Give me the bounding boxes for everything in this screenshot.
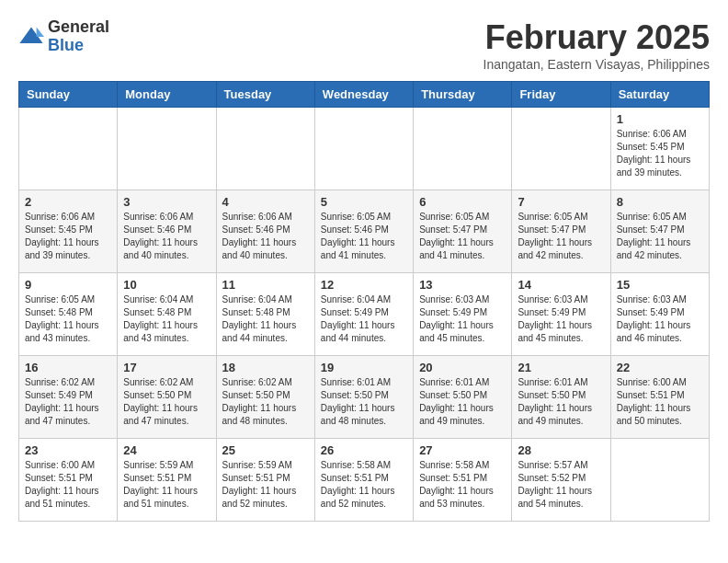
day-info: Sunrise: 5:59 AM Sunset: 5:51 PM Dayligh… xyxy=(222,459,309,511)
day-info: Sunrise: 6:04 AM Sunset: 5:48 PM Dayligh… xyxy=(222,293,309,345)
day-number: 12 xyxy=(321,278,407,292)
calendar-cell: 5Sunrise: 6:05 AM Sunset: 5:46 PM Daylig… xyxy=(314,190,413,273)
calendar-day-header: Friday xyxy=(512,82,610,108)
day-info: Sunrise: 5:58 AM Sunset: 5:51 PM Dayligh… xyxy=(321,459,407,511)
day-info: Sunrise: 6:03 AM Sunset: 5:49 PM Dayligh… xyxy=(617,293,703,345)
day-number: 17 xyxy=(123,361,210,374)
calendar-day-header: Saturday xyxy=(610,82,709,108)
day-info: Sunrise: 5:57 AM Sunset: 5:52 PM Dayligh… xyxy=(518,459,604,511)
day-number: 14 xyxy=(518,278,604,292)
day-info: Sunrise: 5:59 AM Sunset: 5:51 PM Dayligh… xyxy=(123,459,210,511)
day-info: Sunrise: 6:05 AM Sunset: 5:47 PM Dayligh… xyxy=(419,211,506,262)
logo-icon xyxy=(18,24,44,50)
logo-blue: Blue xyxy=(48,36,84,54)
day-number: 15 xyxy=(617,278,703,292)
day-number: 6 xyxy=(419,195,506,209)
calendar-cell: 27Sunrise: 5:58 AM Sunset: 5:51 PM Dayli… xyxy=(414,439,512,522)
day-number: 26 xyxy=(321,443,407,457)
day-number: 28 xyxy=(518,443,604,457)
day-info: Sunrise: 6:00 AM Sunset: 5:51 PM Dayligh… xyxy=(617,376,703,428)
page-header: General Blue February 2025 Inangatan, Ea… xyxy=(18,18,710,72)
day-number: 18 xyxy=(222,361,309,374)
logo: General Blue xyxy=(18,18,109,55)
day-info: Sunrise: 6:03 AM Sunset: 5:49 PM Dayligh… xyxy=(419,293,506,345)
day-number: 22 xyxy=(617,361,703,374)
day-info: Sunrise: 6:06 AM Sunset: 5:45 PM Dayligh… xyxy=(25,211,111,262)
calendar-cell xyxy=(216,108,314,190)
day-info: Sunrise: 6:05 AM Sunset: 5:48 PM Dayligh… xyxy=(25,293,111,345)
day-info: Sunrise: 6:06 AM Sunset: 5:46 PM Dayligh… xyxy=(222,211,309,262)
page-subtitle: Inangatan, Eastern Visayas, Philippines xyxy=(483,57,710,72)
calendar-cell: 19Sunrise: 6:01 AM Sunset: 5:50 PM Dayli… xyxy=(314,356,413,439)
day-info: Sunrise: 6:01 AM Sunset: 5:50 PM Dayligh… xyxy=(419,376,506,428)
calendar-cell: 3Sunrise: 6:06 AM Sunset: 5:46 PM Daylig… xyxy=(118,190,216,273)
title-block: February 2025 Inangatan, Eastern Visayas… xyxy=(483,18,710,72)
day-info: Sunrise: 6:04 AM Sunset: 5:48 PM Dayligh… xyxy=(123,293,210,345)
calendar-day-header: Sunday xyxy=(19,82,118,108)
calendar-cell: 21Sunrise: 6:01 AM Sunset: 5:50 PM Dayli… xyxy=(512,356,610,439)
day-info: Sunrise: 6:05 AM Sunset: 5:47 PM Dayligh… xyxy=(518,211,604,262)
calendar-cell xyxy=(118,108,216,190)
day-number: 16 xyxy=(25,361,111,374)
day-number: 23 xyxy=(25,443,111,457)
day-number: 19 xyxy=(321,361,407,374)
calendar-cell xyxy=(19,108,118,190)
calendar-cell: 10Sunrise: 6:04 AM Sunset: 5:48 PM Dayli… xyxy=(118,273,216,356)
page-title: February 2025 xyxy=(483,18,710,57)
calendar-cell: 28Sunrise: 5:57 AM Sunset: 5:52 PM Dayli… xyxy=(512,439,610,522)
calendar-cell: 1Sunrise: 6:06 AM Sunset: 5:45 PM Daylig… xyxy=(610,108,709,190)
day-info: Sunrise: 6:06 AM Sunset: 5:46 PM Dayligh… xyxy=(123,211,210,262)
day-number: 21 xyxy=(518,361,604,374)
calendar-day-header: Thursday xyxy=(414,82,512,108)
day-info: Sunrise: 6:02 AM Sunset: 5:50 PM Dayligh… xyxy=(123,376,210,428)
calendar-cell: 6Sunrise: 6:05 AM Sunset: 5:47 PM Daylig… xyxy=(414,190,512,273)
day-info: Sunrise: 6:00 AM Sunset: 5:51 PM Dayligh… xyxy=(25,459,111,511)
logo-text: General Blue xyxy=(48,18,109,55)
calendar-week-row: 9Sunrise: 6:05 AM Sunset: 5:48 PM Daylig… xyxy=(19,273,710,356)
day-number: 20 xyxy=(419,361,506,374)
calendar-cell: 4Sunrise: 6:06 AM Sunset: 5:46 PM Daylig… xyxy=(216,190,314,273)
day-info: Sunrise: 6:05 AM Sunset: 5:47 PM Dayligh… xyxy=(617,211,703,262)
day-number: 27 xyxy=(419,443,506,457)
day-number: 3 xyxy=(123,195,210,209)
calendar-cell: 8Sunrise: 6:05 AM Sunset: 5:47 PM Daylig… xyxy=(610,190,709,273)
calendar-cell xyxy=(512,108,610,190)
calendar-cell xyxy=(314,108,413,190)
svg-marker-1 xyxy=(37,27,44,37)
day-number: 2 xyxy=(25,195,111,209)
calendar-cell: 11Sunrise: 6:04 AM Sunset: 5:48 PM Dayli… xyxy=(216,273,314,356)
calendar-cell: 13Sunrise: 6:03 AM Sunset: 5:49 PM Dayli… xyxy=(414,273,512,356)
calendar-cell: 22Sunrise: 6:00 AM Sunset: 5:51 PM Dayli… xyxy=(610,356,709,439)
day-number: 11 xyxy=(222,278,309,292)
calendar-cell xyxy=(610,439,709,522)
day-info: Sunrise: 6:04 AM Sunset: 5:49 PM Dayligh… xyxy=(321,293,407,345)
calendar-day-header: Monday xyxy=(118,82,216,108)
calendar-cell: 20Sunrise: 6:01 AM Sunset: 5:50 PM Dayli… xyxy=(414,356,512,439)
calendar-cell: 9Sunrise: 6:05 AM Sunset: 5:48 PM Daylig… xyxy=(19,273,118,356)
calendar-week-row: 16Sunrise: 6:02 AM Sunset: 5:49 PM Dayli… xyxy=(19,356,710,439)
calendar-cell: 15Sunrise: 6:03 AM Sunset: 5:49 PM Dayli… xyxy=(610,273,709,356)
day-info: Sunrise: 6:06 AM Sunset: 5:45 PM Dayligh… xyxy=(617,128,703,179)
day-number: 24 xyxy=(123,443,210,457)
calendar-table: SundayMondayTuesdayWednesdayThursdayFrid… xyxy=(18,81,710,522)
calendar-cell xyxy=(414,108,512,190)
logo-general: General xyxy=(48,17,109,36)
day-number: 25 xyxy=(222,443,309,457)
calendar-cell: 16Sunrise: 6:02 AM Sunset: 5:49 PM Dayli… xyxy=(19,356,118,439)
calendar-week-row: 1Sunrise: 6:06 AM Sunset: 5:45 PM Daylig… xyxy=(19,108,710,190)
calendar-day-header: Tuesday xyxy=(216,82,314,108)
day-number: 4 xyxy=(222,195,309,209)
day-info: Sunrise: 6:01 AM Sunset: 5:50 PM Dayligh… xyxy=(518,376,604,428)
day-info: Sunrise: 5:58 AM Sunset: 5:51 PM Dayligh… xyxy=(419,459,506,511)
calendar-day-header: Wednesday xyxy=(314,82,413,108)
calendar-week-row: 23Sunrise: 6:00 AM Sunset: 5:51 PM Dayli… xyxy=(19,439,710,522)
day-number: 9 xyxy=(25,278,111,292)
day-number: 13 xyxy=(419,278,506,292)
calendar-cell: 23Sunrise: 6:00 AM Sunset: 5:51 PM Dayli… xyxy=(19,439,118,522)
day-number: 5 xyxy=(321,195,407,209)
day-info: Sunrise: 6:03 AM Sunset: 5:49 PM Dayligh… xyxy=(518,293,604,345)
day-number: 8 xyxy=(617,195,703,209)
calendar-cell: 24Sunrise: 5:59 AM Sunset: 5:51 PM Dayli… xyxy=(118,439,216,522)
calendar-cell: 12Sunrise: 6:04 AM Sunset: 5:49 PM Dayli… xyxy=(314,273,413,356)
calendar-cell: 18Sunrise: 6:02 AM Sunset: 5:50 PM Dayli… xyxy=(216,356,314,439)
